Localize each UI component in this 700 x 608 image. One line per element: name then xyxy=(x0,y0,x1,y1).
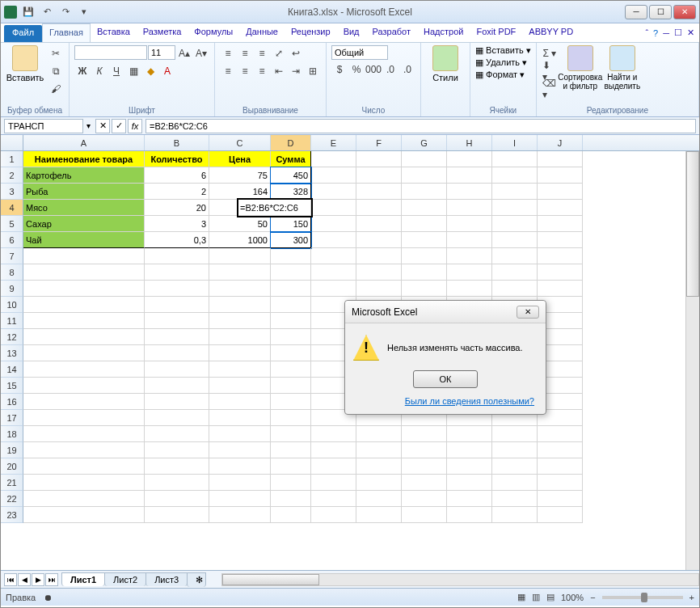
warning-icon: ! xyxy=(353,335,379,361)
dialog-feedback-link[interactable]: Были ли сведения полезными? xyxy=(353,396,538,406)
modal-overlay: Microsoft Excel ✕ ! Нельзя изменять част… xyxy=(1,1,699,607)
error-dialog: Microsoft Excel ✕ ! Нельзя изменять част… xyxy=(344,300,546,415)
dialog-message: Нельзя изменять часть массива. xyxy=(387,343,523,353)
dialog-title: Microsoft Excel xyxy=(352,306,417,318)
dialog-close-button[interactable]: ✕ xyxy=(517,306,539,319)
dialog-ok-button[interactable]: ОК xyxy=(413,370,478,388)
editing-cell[interactable]: =B2:B6*C2:C6 xyxy=(238,200,311,216)
